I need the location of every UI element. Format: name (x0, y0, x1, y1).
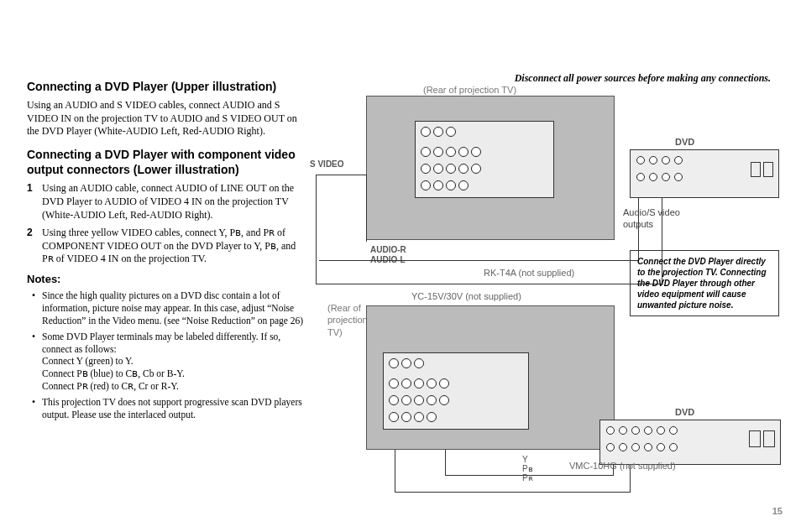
vmc-label: VMC-10HG (not supplied) (569, 460, 676, 472)
port-icon (439, 378, 449, 389)
port-icon (606, 443, 615, 451)
port-icon (433, 164, 443, 174)
numbered-steps: 1 Using an AUDIO cable, connect AUDIO of… (27, 182, 304, 266)
notes-heading: Notes: (27, 273, 304, 287)
step-text: Using three yellow VIDEO cables, connect… (42, 227, 304, 266)
bullet-dot: • (32, 331, 42, 394)
port-icon (389, 395, 399, 405)
port-icon (644, 426, 652, 435)
note-text: Since the high quality pictures on a DVD… (42, 289, 304, 327)
port-icon (649, 173, 657, 181)
para-upper: Using an AUDIO and S VIDEO cables, conne… (27, 99, 304, 138)
port-icon (427, 395, 437, 405)
notes-list: • Since the high quality pictures on a D… (27, 289, 304, 421)
tv-panel-upper (415, 121, 554, 198)
port-icon (414, 395, 424, 405)
port-icon (414, 358, 424, 368)
note-subline: Connect Pʙ (blue) to Cʙ, Cb or B-Y. (42, 368, 304, 380)
port-icon (631, 443, 640, 451)
dvd-label-lower: DVD (675, 406, 694, 418)
step-number: 1 (27, 182, 42, 222)
audio-svideo-out-label: Audio/S video outputs (623, 206, 699, 231)
note-item: • Since the high quality pictures on a D… (32, 289, 304, 327)
port-icon (751, 162, 761, 177)
port-icon (401, 358, 411, 368)
note-text: This projection TV does not support prog… (42, 396, 304, 421)
port-icon (446, 127, 456, 137)
port-icon (446, 164, 456, 174)
port-icon (389, 358, 399, 368)
port-icon (446, 147, 456, 157)
cable-line (316, 175, 366, 175)
port-icon (649, 156, 657, 164)
rkt4a-label: RK-T4A (not supplied) (484, 267, 574, 279)
port-icon (763, 430, 775, 447)
port-icon (421, 127, 431, 137)
port-icon (674, 156, 683, 164)
cable-line (319, 260, 638, 261)
ypbpr-labels: Y Pʙ Pʀ (522, 455, 533, 482)
rear-label-upper: (Rear of projection TV) (423, 84, 516, 96)
pb-label: Pʙ (522, 464, 533, 473)
port-icon (421, 147, 431, 157)
port-icon (439, 395, 449, 405)
port-icon (389, 412, 399, 422)
port-icon (619, 443, 627, 451)
port-icon (458, 147, 469, 157)
page-number: 15 (772, 505, 783, 517)
port-icon (458, 164, 469, 174)
port-icon (433, 127, 443, 137)
note-box: Connect the DVD Player directly to the p… (630, 250, 779, 316)
step-text: Using an AUDIO cable, connect AUDIO of L… (42, 182, 304, 222)
y-label: Y (522, 455, 533, 464)
port-icon (636, 173, 645, 181)
left-column: Connecting a DVD Player (Upper illustrat… (27, 79, 304, 425)
port-icon (421, 180, 431, 190)
dvd-label-upper: DVD (675, 136, 694, 148)
port-icon (421, 164, 431, 174)
port-icon (674, 173, 683, 181)
port-icon (657, 426, 665, 435)
port-icon (433, 180, 443, 190)
cable-line (366, 175, 367, 242)
pr-label: Pʀ (522, 473, 533, 482)
port-icon (662, 156, 670, 164)
cable-line (395, 492, 630, 493)
note-item: • This projection TV does not support pr… (32, 396, 304, 421)
tv-panel-lower (383, 352, 529, 430)
port-icon (669, 443, 678, 451)
port-icon (606, 426, 615, 435)
bullet-dot: • (32, 289, 42, 327)
port-icon (636, 156, 645, 164)
svideo-label: S VIDEO (310, 159, 344, 170)
port-icon (619, 426, 627, 435)
port-icon (389, 378, 399, 389)
cable-line (395, 450, 395, 492)
port-icon (657, 443, 665, 451)
port-icon (669, 426, 678, 435)
port-icon (401, 395, 411, 405)
port-icon (471, 164, 481, 174)
heading-upper: Connecting a DVD Player (Upper illustrat… (27, 79, 304, 94)
cable-line (316, 175, 317, 284)
note-text: Some DVD Player terminals may be labeled… (42, 331, 304, 394)
warning-banner: Disconnect all power sources before maki… (515, 72, 771, 86)
heading-lower: Connecting a DVD Player with component v… (27, 147, 304, 177)
step-2: 2 Using three yellow VIDEO cables, conne… (27, 227, 304, 266)
port-icon (662, 173, 670, 181)
port-icon (427, 378, 437, 389)
step-1: 1 Using an AUDIO cable, connect AUDIO of… (27, 182, 304, 222)
port-icon (644, 443, 652, 451)
port-icon (631, 426, 640, 435)
yc1530-label: YC-15V/30V (not supplied) (411, 290, 521, 302)
port-icon (446, 180, 456, 190)
step-number: 2 (27, 227, 42, 266)
port-icon (414, 378, 424, 389)
dvd-box-upper (630, 149, 779, 198)
port-icon (433, 147, 443, 157)
note-subline: Connect Y (green) to Y. (42, 355, 304, 368)
port-icon (414, 412, 424, 422)
port-icon (401, 378, 411, 389)
note-item: • Some DVD Player terminals may be label… (32, 331, 304, 394)
port-icon (401, 412, 411, 422)
